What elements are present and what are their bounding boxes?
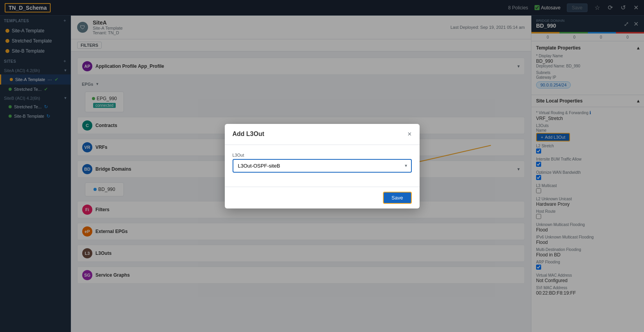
- l3out-select[interactable]: L3Out-OSPF-siteB L3Out-OSPF-siteA L3Out-…: [233, 160, 411, 172]
- modal-header: Add L3Out ×: [225, 124, 420, 145]
- modal-body: L3Out L3Out-OSPF-siteB L3Out-OSPF-siteA …: [225, 145, 420, 187]
- l3out-form-group: L3Out L3Out-OSPF-siteB L3Out-OSPF-siteA …: [233, 153, 412, 173]
- l3out-field-label: L3Out: [233, 153, 412, 157]
- l3out-select-wrapper[interactable]: L3Out-OSPF-siteB L3Out-OSPF-siteA L3Out-…: [233, 159, 412, 173]
- modal-title: Add L3Out: [233, 131, 265, 138]
- modal-close-button[interactable]: ×: [408, 130, 412, 138]
- modal-overlay[interactable]: Add L3Out × L3Out L3Out-OSPF-siteB L3Out…: [0, 0, 644, 332]
- modal-footer: Save: [225, 187, 420, 208]
- add-l3out-modal: Add L3Out × L3Out L3Out-OSPF-siteB L3Out…: [225, 124, 420, 208]
- modal-save-button[interactable]: Save: [383, 192, 412, 204]
